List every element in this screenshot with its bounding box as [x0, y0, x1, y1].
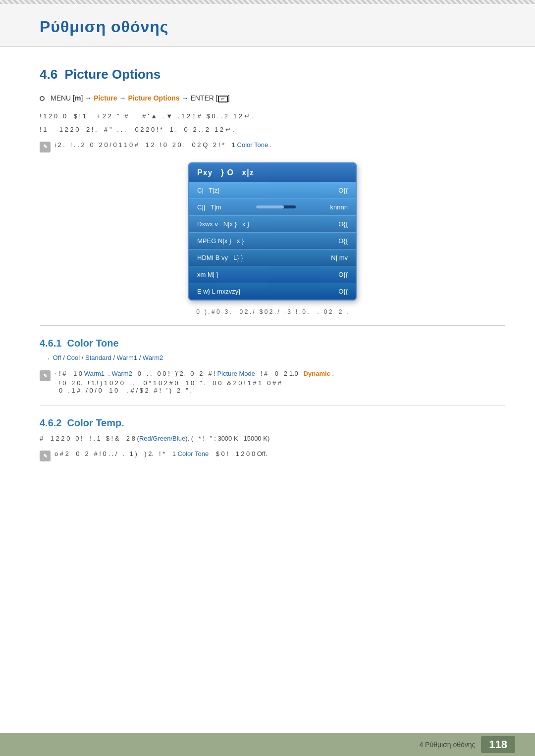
- instruction-line1: ! 1 2 0 . 0 $ ! 1 + 2 2 . " # # ' ▲ . ▼ …: [40, 111, 505, 122]
- note-2-para2: 0 . 1 # / 0 / 0 1 0 . # / $ 2 # ! ' ) 2 …: [59, 387, 281, 394]
- menu-item-6-value: O{{: [338, 271, 348, 278]
- note-icon-3: ✎: [40, 451, 51, 461]
- note-block-1: ✎ i 2 . ! . . 2 0 2 0 / 0 1 1 0 # 1 2 ! …: [40, 141, 505, 152]
- menu-item-2-bar: [256, 205, 296, 208]
- menu-item-1-label: C| T|z}: [197, 187, 220, 194]
- option-off: Off: [53, 354, 61, 361]
- note-icon-1: ✎: [40, 142, 51, 152]
- section-title: 4.6 Picture Options: [40, 67, 505, 82]
- menu-popup-title: Pxy } O x|z: [189, 163, 356, 182]
- menu-item-2-label: C|| T|m: [197, 203, 221, 211]
- footer-label: 4 Ρύθμιση οθόνης: [419, 741, 475, 749]
- option-warm2: Warm2: [143, 354, 163, 361]
- menu-item-1-value: O{{: [338, 187, 348, 194]
- menu-item-7-label: E w} L mxzvzy}: [197, 288, 241, 295]
- menu-text: MENU [m] → Picture → Picture Options → E…: [51, 94, 230, 102]
- note-icon-2: ✎: [40, 370, 51, 381]
- main-content: 4.6 Picture Options MENU [m] → Picture →…: [0, 47, 535, 507]
- dot-3: ∙: [54, 379, 56, 386]
- note-block-3: ✎ o # 2 0 2 # ! 0 . . / . 1 ) ) 2. ! * 1…: [40, 450, 505, 461]
- menu-item-3-value: O{{: [338, 220, 348, 228]
- instruction-line2: ! 1 1 2 2 0 2 ! . # " . . . 0 2 2 0 ! * …: [40, 125, 505, 135]
- subsection-461-title: 4.6.1 Color Tone: [40, 338, 505, 349]
- note-2-line2: ∙ ! 0 2 0. ! 1.! ) 1 0 2 0 . . 0 * 1 0 2…: [54, 379, 334, 394]
- option-cool: Cool: [66, 354, 80, 361]
- note-2-text2: ! 0 2 0. ! 1.! ) 1 0 2 0 . . 0 * 1 0 2 #…: [59, 379, 281, 394]
- bullet-dot: ∙: [48, 354, 50, 364]
- page-title: Ρύθμιση οθόνης: [40, 18, 505, 36]
- page-footer: 4 Ρύθμιση οθόνης 118: [0, 733, 535, 756]
- menu-picture-options: Picture Options: [128, 94, 179, 102]
- menu-item-3[interactable]: Dxwx v N|x } x } O{{: [189, 216, 356, 233]
- menu-picture: Picture: [94, 94, 117, 102]
- menu-item-7-value: O{{: [338, 288, 348, 295]
- menu-item-4-label: MPEG N|x } x }: [197, 237, 244, 245]
- menu-path: MENU [m] → Picture → Picture Options → E…: [40, 94, 505, 102]
- menu-caption: 0 ) . # 0 3 . 0 2 . / $ 0 2 . / . 3 ! , …: [40, 308, 505, 315]
- menu-item-5-label: HDMI B vy L} }: [197, 254, 243, 261]
- menu-item-4-value: O{{: [338, 237, 348, 245]
- menu-item-7[interactable]: E w} L mxzvzy} O{{: [189, 283, 356, 300]
- menu-item-6[interactable]: xm M| } O{{: [189, 266, 356, 283]
- options-text: Off / Cool / Standard / Warm1 / Warm2: [53, 354, 163, 361]
- note-text-1: i 2 . ! . . 2 0 2 0 / 0 1 1 0 # 1 2 ! 0 …: [54, 141, 271, 149]
- menu-item-5-value: N| mv: [331, 254, 348, 261]
- enter-icon: ↵: [218, 96, 228, 102]
- note-content-2: ∙ ! # 1 0 Warm1 . Warm2 0 . . 0 0 ! )"2.…: [54, 370, 334, 396]
- note-text-3: o # 2 0 2 # ! 0 . . / . 1 ) ) 2. ! * 1 C…: [54, 450, 267, 457]
- menu-item-6-label: xm M| }: [197, 271, 218, 278]
- menu-item-3-label: Dxwx v N|x } x }: [197, 220, 249, 228]
- bullet-icon: [40, 96, 45, 101]
- menu-popup: Pxy } O x|z C| T|z} O{{ C|| T|m knnnn Dx…: [188, 162, 357, 301]
- page-header: Ρύθμιση οθόνης: [0, 4, 535, 47]
- note-2-line1: ∙ ! # 1 0 Warm1 . Warm2 0 . . 0 0 ! )"2.…: [54, 370, 334, 377]
- divider-1: [40, 325, 505, 326]
- option-warm1: Warm1: [117, 354, 137, 361]
- menu-item-5[interactable]: HDMI B vy L} } N| mv: [189, 250, 356, 266]
- footer-page-number: 118: [481, 736, 515, 753]
- note-2-text1: ! # 1 0 Warm1 . Warm2 0 . . 0 0 ! )"2. 0…: [59, 370, 334, 377]
- color-temp-desc: # 1 2 2 0 0 ! ! . 1 $ ! & 2 8 (Red/Green…: [40, 434, 505, 444]
- menu-item-4[interactable]: MPEG N|x } x } O{{: [189, 233, 356, 250]
- note-2-para1: ! 0 2 0. ! 1.! ) 1 0 2 0 . . 0 * 1 0 2 #…: [59, 379, 281, 387]
- menu-item-2[interactable]: C|| T|m knnnn: [189, 199, 356, 216]
- divider-2: [40, 405, 505, 405]
- bar-fill: [256, 205, 284, 208]
- option-standard: Standard: [85, 354, 111, 361]
- color-tone-options: ∙ Off / Cool / Standard / Warm1 / Warm2: [40, 354, 505, 364]
- menu-item-1[interactable]: C| T|z} O{{: [189, 182, 356, 199]
- subsection-462-title: 4.6.2 Color Temp.: [40, 417, 505, 429]
- dot-2: ∙: [54, 370, 56, 377]
- top-decorative-bar: [0, 0, 535, 4]
- note-block-2: ✎ ∙ ! # 1 0 Warm1 . Warm2 0 . . 0 0 ! )"…: [40, 370, 505, 396]
- menu-popup-wrapper: Pxy } O x|z C| T|z} O{{ C|| T|m knnnn Dx…: [40, 162, 505, 301]
- menu-item-2-value: knnnn: [330, 203, 348, 211]
